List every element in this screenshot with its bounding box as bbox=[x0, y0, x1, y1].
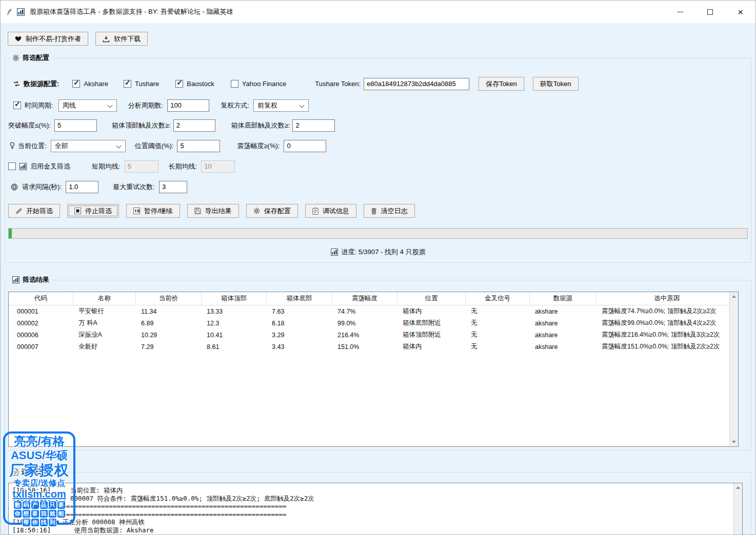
threshold-input[interactable] bbox=[177, 140, 220, 152]
col-header-position[interactable]: 位置 bbox=[397, 292, 466, 305]
period-checkbox[interactable]: 时间周期: bbox=[13, 101, 53, 110]
rocket-icon bbox=[15, 208, 22, 214]
titlebar: 股票箱体震荡筛选工具 - 多数据源支持 - BY: 吾爱破解论坛 - 隐藏英雄 … bbox=[1, 1, 755, 23]
results-table: 代码 名称 当前价 箱体顶部 箱体底部 震荡幅度 位置 金叉信号 数据源 选中原… bbox=[8, 292, 739, 447]
maximize-button[interactable] bbox=[695, 1, 725, 23]
col-header-price[interactable]: 当前价 bbox=[136, 292, 202, 305]
amplitude-input[interactable] bbox=[284, 140, 326, 152]
gear-icon bbox=[12, 54, 19, 61]
window-controls: × bbox=[665, 1, 755, 23]
main-area: 制作不易-打赏作者 软件下载 筛选配置 数据源配置: bbox=[1, 23, 755, 534]
goldcross-checkbox[interactable]: 启用金叉筛选 bbox=[8, 162, 70, 171]
save-token-button[interactable]: 保存Token bbox=[479, 77, 524, 91]
checkbox-tushare[interactable]: Tushare bbox=[124, 80, 159, 88]
start-screen-button[interactable]: 开始筛选 bbox=[8, 204, 60, 218]
chart-icon bbox=[17, 8, 25, 16]
close-button[interactable]: × bbox=[725, 1, 755, 23]
scroll-up-button[interactable] bbox=[734, 483, 742, 492]
arrow-up-icon bbox=[736, 486, 740, 489]
save-icon bbox=[194, 208, 201, 214]
datasource-icon bbox=[13, 80, 20, 87]
period-select[interactable]: 周线 bbox=[58, 99, 117, 112]
watermark-line4: 专卖店/送修点 bbox=[13, 478, 65, 488]
stop-screen-button[interactable]: 停止筛选 bbox=[67, 204, 119, 218]
python-feather-icon bbox=[6, 8, 13, 16]
breakout-input[interactable] bbox=[54, 119, 97, 132]
progress-bar bbox=[8, 228, 748, 239]
globe-icon bbox=[11, 183, 18, 191]
save-config-button[interactable]: 保存配置 bbox=[246, 204, 298, 218]
col-header-cross[interactable]: 金叉信号 bbox=[466, 292, 530, 305]
log-line: [18:50:16] =============================… bbox=[12, 502, 732, 510]
progress-label: 进度: 5/3907 - 找到 4 只股票 bbox=[5, 248, 751, 257]
watermark-tile-row: 你 想 要 我 就 能 bbox=[14, 510, 65, 518]
token-input[interactable] bbox=[364, 78, 469, 90]
action-buttons: 开始筛选 停止筛选 暂停/继续 bbox=[8, 204, 415, 218]
period-row: 时间周期: 周线 分析周期数: 复权方式: 前复权 bbox=[5, 98, 751, 112]
clipboard-icon bbox=[312, 208, 319, 215]
debug-info-button[interactable]: 调试信息 bbox=[305, 204, 356, 218]
results-group: 筛选结果 代码 名称 当前价 箱体顶部 箱体底部 震荡幅度 位置 金叉信号 数据… bbox=[5, 280, 751, 450]
log-scrollbar[interactable] bbox=[733, 483, 742, 534]
log-line: [18:50:16] ▣ 正在分析 000008 神州高铁 bbox=[12, 518, 732, 526]
log-group: 运行日志 [18:50:16] 当前位置: 箱体内 [18:50:16] [✓]… bbox=[5, 472, 751, 534]
table-row[interactable]: 000002 万 科A 6.89 12.3 6.18 99.0% 箱体底部附近 … bbox=[9, 317, 738, 329]
period-count-label: 分析周期数: bbox=[128, 101, 164, 110]
log-line: [18:50:16] 当前位置: 箱体内 bbox=[12, 486, 732, 495]
period-count-input[interactable] bbox=[167, 99, 209, 112]
short-ma-input bbox=[125, 160, 158, 173]
config-group: 筛选配置 数据源配置: Akshare Tushare Baost bbox=[5, 58, 751, 263]
request-row: 请求间隔(秒): 最大重试次数: bbox=[5, 180, 751, 194]
box-bottom-input[interactable] bbox=[292, 119, 335, 132]
export-results-button[interactable]: 导出结果 bbox=[187, 204, 239, 218]
download-label: 软件下载 bbox=[114, 34, 141, 44]
scroll-up-button[interactable] bbox=[730, 292, 738, 301]
box-top-input[interactable] bbox=[173, 119, 215, 132]
table-row[interactable]: 000001 平安银行 11.34 13.33 7.63 74.7% 箱体内 无… bbox=[9, 305, 738, 317]
log-line: [18:50:16] [✓] 000007 符合条件: 震荡幅度151.0%≥0… bbox=[12, 495, 732, 503]
scroll-down-button[interactable] bbox=[730, 438, 738, 446]
col-header-name[interactable]: 名称 bbox=[73, 292, 136, 305]
watermark-tile-row: 数 码 产 品 只 要 bbox=[14, 501, 65, 509]
watermark-overlay: 亮亮/有格 ASUS/华硕 厂家授权 专卖店/送修点 txllsm.com 数 … bbox=[3, 431, 75, 525]
checkbox-yahoo[interactable]: Yahoo Finance bbox=[231, 80, 287, 88]
heart-icon bbox=[15, 36, 22, 42]
goldcross-checkbox-box bbox=[8, 162, 16, 170]
log-textarea[interactable]: [18:50:16] 当前位置: 箱体内 [18:50:16] [✓] 0000… bbox=[8, 483, 743, 534]
chart-icon bbox=[19, 163, 27, 170]
get-token-button[interactable]: 获取Token bbox=[533, 77, 579, 91]
retry-input[interactable] bbox=[159, 181, 187, 193]
watermark-line1: 亮亮/有格 bbox=[14, 435, 64, 448]
col-header-reason[interactable]: 选中原因 bbox=[596, 292, 738, 305]
adjust-select[interactable]: 前复权 bbox=[253, 99, 309, 112]
interval-label: 请求间隔(秒): bbox=[22, 182, 62, 192]
download-button[interactable]: 软件下载 bbox=[95, 32, 148, 46]
clear-log-button[interactable]: 清空日志 bbox=[364, 204, 415, 218]
maximize-icon bbox=[707, 9, 713, 15]
interval-input[interactable] bbox=[66, 181, 98, 193]
checkbox-akshare[interactable]: Akshare bbox=[72, 80, 108, 88]
amplitude-label: 震荡幅度≥(%): bbox=[237, 141, 280, 151]
minimize-button[interactable] bbox=[665, 1, 695, 23]
col-header-boxbottom[interactable]: 箱体底部 bbox=[267, 292, 332, 305]
long-ma-label: 长期均线: bbox=[169, 162, 197, 171]
checkbox-baostock[interactable]: Baostock bbox=[175, 80, 214, 88]
position-select[interactable]: 全部 bbox=[51, 140, 126, 152]
col-header-source[interactable]: 数据源 bbox=[530, 292, 596, 305]
box-top-label: 箱体顶部触及次数≥: bbox=[112, 121, 171, 130]
col-header-code[interactable]: 代码 bbox=[9, 292, 73, 305]
results-group-title: 筛选结果 bbox=[10, 275, 52, 284]
progress-bar-fill bbox=[9, 229, 12, 238]
adjust-label: 复权方式: bbox=[221, 101, 249, 110]
table-row[interactable]: 000006 深振业A 10.29 10.41 3.29 216.4% 箱体顶部… bbox=[9, 329, 738, 341]
col-header-boxtop[interactable]: 箱体顶部 bbox=[202, 292, 267, 305]
results-scrollbar[interactable] bbox=[729, 292, 738, 446]
donate-button[interactable]: 制作不易-打赏作者 bbox=[8, 32, 88, 46]
col-header-amplitude[interactable]: 震荡幅度 bbox=[332, 292, 397, 305]
arrow-up-icon bbox=[732, 295, 736, 298]
pause-resume-button[interactable]: 暂停/继续 bbox=[126, 204, 180, 218]
retry-label: 最大重试次数: bbox=[113, 182, 155, 192]
table-row[interactable]: 000007 全新好 7.29 8.61 3.43 151.0% 箱体内 无 a… bbox=[9, 341, 738, 353]
log-line: [18:50:16] 使用当前数据源: Akshare bbox=[12, 526, 732, 534]
app-window: 股票箱体震荡筛选工具 - 多数据源支持 - BY: 吾爱破解论坛 - 隐藏英雄 … bbox=[0, 0, 756, 535]
